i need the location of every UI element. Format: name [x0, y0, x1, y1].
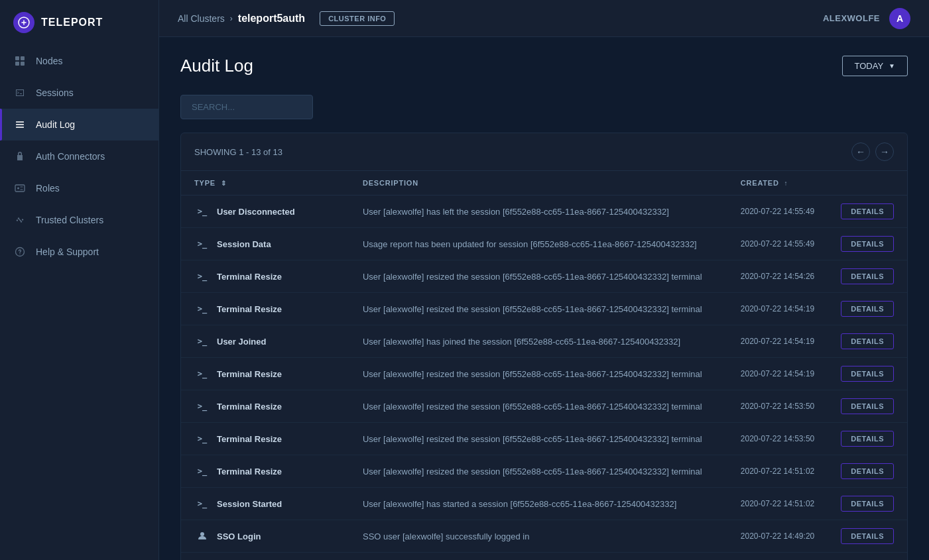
details-button[interactable]: DETAILS	[841, 236, 894, 252]
audit-log-table-body: >_ User Disconnected User [alexwolfe] ha…	[181, 196, 907, 561]
today-button[interactable]: TODAY ▼	[842, 56, 908, 76]
svg-rect-1	[15, 56, 19, 60]
description-cell: User [alexwolfe] resized the session [6f…	[349, 423, 727, 455]
breadcrumb-separator: ›	[230, 14, 233, 23]
showing-text: SHOWING 1 - 13 of 13	[194, 147, 282, 157]
link-icon	[13, 213, 27, 227]
type-cell: >_ Terminal Resize	[194, 398, 336, 414]
created-cell: 2020-07-22 14:51:02	[727, 488, 828, 520]
details-button[interactable]: DETAILS	[841, 203, 894, 219]
sidebar: TELEPORT Nodes Sessions	[0, 0, 159, 560]
details-button[interactable]: DETAILS	[841, 301, 894, 317]
content-area: Audit Log TODAY ▼ SHOWING 1 - 13 of 13 ←…	[159, 37, 929, 560]
type-label: Terminal Resize	[217, 467, 282, 476]
type-label: User Joined	[217, 337, 266, 347]
type-icon	[194, 528, 210, 544]
actions-cell: DETAILS	[828, 325, 907, 358]
page-header: Audit Log TODAY ▼	[180, 56, 908, 76]
actions-cell: DETAILS	[828, 520, 907, 553]
pagination: ← →	[851, 142, 894, 161]
table-row: >_ Terminal Resize User [alexwolfe] resi…	[181, 423, 907, 455]
created-cell: 2020-07-22 14:55:49	[727, 196, 828, 228]
description-column-header: DESCRIPTION	[349, 171, 727, 196]
svg-point-9	[17, 188, 19, 190]
details-button[interactable]: DETAILS	[841, 333, 894, 349]
logo-area: TELEPORT	[0, 0, 158, 45]
sidebar-item-sessions[interactable]: Sessions	[0, 77, 158, 109]
created-cell: 2020-07-22 14:54:19	[727, 293, 828, 325]
table-row: >_ Terminal Resize User [alexwolfe] resi…	[181, 358, 907, 390]
details-button[interactable]: DETAILS	[841, 268, 894, 284]
logo-text: TELEPORT	[41, 17, 103, 28]
details-button[interactable]: DETAILS	[841, 431, 894, 447]
created-cell: 2020-07-22 14:54:19	[727, 358, 828, 390]
table-row: >_ Session Data Usage report has been up…	[181, 228, 907, 260]
today-button-label: TODAY	[855, 61, 884, 71]
type-icon: >_	[194, 398, 210, 414]
description-cell: User [alexwolfe] resized the session [6f…	[349, 260, 727, 293]
sidebar-item-audit-log[interactable]: Audit Log	[0, 109, 158, 140]
sidebar-item-help-support[interactable]: Help & Support	[0, 236, 158, 268]
type-sort-arrow: ⇕	[221, 180, 227, 187]
search-container	[180, 95, 908, 119]
breadcrumb-all-clusters[interactable]: All Clusters	[178, 13, 225, 24]
actions-cell: DETAILS	[828, 228, 907, 260]
table-row: >_ Terminal Resize User [alexwolfe] resi…	[181, 455, 907, 488]
created-cell: 2020-07-22 14:51:02	[727, 455, 828, 488]
type-label: Session Data	[217, 239, 271, 249]
type-icon: >_	[194, 496, 210, 512]
type-icon: >_	[194, 203, 210, 219]
next-page-button[interactable]: →	[875, 142, 894, 161]
table-row: >_ User Joined User [alexwolfe] has join…	[181, 325, 907, 358]
cluster-info-button[interactable]: CLUSTER INFO	[320, 11, 395, 26]
username-label: ALEXWOLFE	[823, 13, 880, 23]
lock-icon	[13, 150, 27, 163]
actions-cell: DETAILS	[828, 488, 907, 520]
svg-rect-2	[21, 56, 25, 60]
audit-log-table: TYPE ⇕ DESCRIPTION CREATED ↑	[181, 171, 907, 560]
description-cell: User [alexwolfe] has started a session […	[349, 488, 727, 520]
breadcrumb: All Clusters › teleport5auth	[178, 13, 305, 25]
type-cell: SSO Login	[194, 528, 336, 544]
details-button[interactable]: DETAILS	[841, 366, 894, 382]
svg-rect-8	[15, 185, 25, 192]
actions-cell: DETAILS	[828, 390, 907, 423]
type-icon: >_	[194, 236, 210, 252]
sidebar-item-auth-connectors[interactable]: Auth Connectors	[0, 140, 158, 172]
svg-point-11	[19, 253, 20, 254]
details-button[interactable]: DETAILS	[841, 528, 894, 544]
details-button[interactable]: DETAILS	[841, 398, 894, 414]
details-button[interactable]: DETAILS	[841, 496, 894, 512]
created-cell: 2020-07-22 14:53:50	[727, 423, 828, 455]
type-cell: >_ User Joined	[194, 333, 336, 349]
dropdown-arrow-icon: ▼	[889, 62, 895, 70]
sidebar-item-nodes[interactable]: Nodes	[0, 45, 158, 77]
search-input[interactable]	[180, 95, 313, 119]
actions-cell: DETAILS	[828, 423, 907, 455]
created-cell: 2020-07-22 14:54:19	[727, 325, 828, 358]
type-label: SSO Login	[217, 532, 261, 541]
description-cell: User alexwolfe has been created	[349, 553, 727, 561]
svg-rect-5	[16, 121, 24, 123]
description-cell: User [alexwolfe] has joined the session …	[349, 325, 727, 358]
actions-cell: DETAILS	[828, 293, 907, 325]
sidebar-item-roles[interactable]: Roles	[0, 172, 158, 204]
sidebar-item-trusted-clusters[interactable]: Trusted Clusters	[0, 204, 158, 236]
sidebar-item-trusted-clusters-label: Trusted Clusters	[36, 215, 103, 225]
description-cell: User [alexwolfe] resized the session [6f…	[349, 293, 727, 325]
created-cell: 2020-07-22 14:49:20	[727, 520, 828, 553]
description-cell: User [alexwolfe] has left the session [6…	[349, 196, 727, 228]
sidebar-item-audit-log-label: Audit Log	[36, 119, 75, 130]
actions-cell: DETAILS	[828, 553, 907, 561]
svg-rect-7	[16, 127, 24, 128]
type-cell: >_ Session Data	[194, 236, 336, 252]
type-icon: >_	[194, 333, 210, 349]
type-column-header[interactable]: TYPE ⇕	[181, 171, 349, 196]
table-row: >_ Terminal Resize User [alexwolfe] resi…	[181, 260, 907, 293]
main-content: All Clusters › teleport5auth CLUSTER INF…	[159, 0, 929, 560]
prev-page-button[interactable]: ←	[851, 142, 870, 161]
details-button[interactable]: DETAILS	[841, 463, 894, 479]
created-column-header[interactable]: CREATED ↑	[727, 171, 828, 196]
type-icon: >_	[194, 463, 210, 479]
sidebar-item-sessions-label: Sessions	[36, 87, 74, 98]
